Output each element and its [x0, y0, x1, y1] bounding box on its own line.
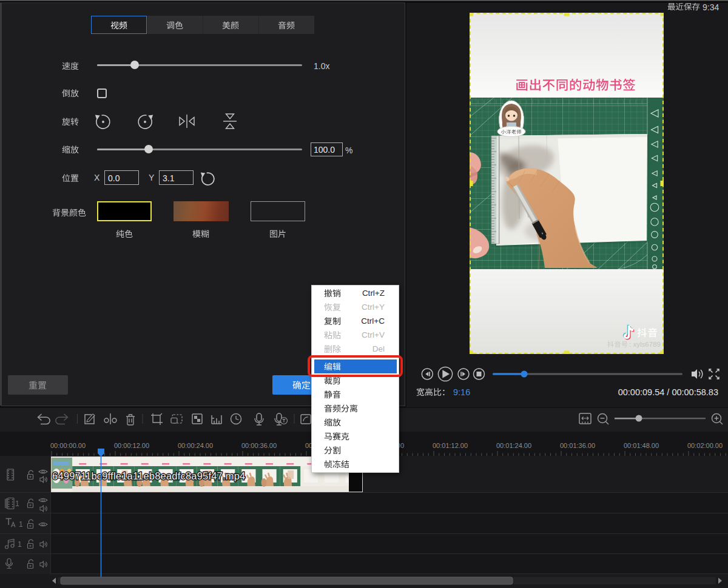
svg-text:1: 1 [19, 520, 23, 529]
svg-text:00:00:00.00: 00:00:00.00 [50, 442, 86, 449]
svg-text:00:00:12.00: 00:00:12.00 [114, 442, 149, 449]
svg-text:: xyls6789: : xyls6789 [629, 341, 661, 348]
svg-text:00:01:12.00: 00:01:12.00 [433, 442, 468, 449]
svg-text:1: 1 [18, 540, 22, 549]
svg-text:00:02:00.00: 00:02:00.00 [687, 442, 723, 449]
svg-text:1: 1 [15, 499, 19, 508]
svg-text:00:00:24.00: 00:00:24.00 [178, 442, 213, 449]
svg-text:00:00:36.00: 00:00:36.00 [241, 442, 277, 449]
svg-text:6499711bc9ffle1a11eb8eadfc8a95: 6499711bc9ffle1a11eb8eadfc8a95f47.mp4 [52, 470, 245, 481]
svg-text:00:01:48.00: 00:01:48.00 [624, 442, 659, 449]
svg-text:00:01:24.00: 00:01:24.00 [496, 442, 531, 449]
svg-text:00:01:36.00: 00:01:36.00 [560, 442, 595, 449]
